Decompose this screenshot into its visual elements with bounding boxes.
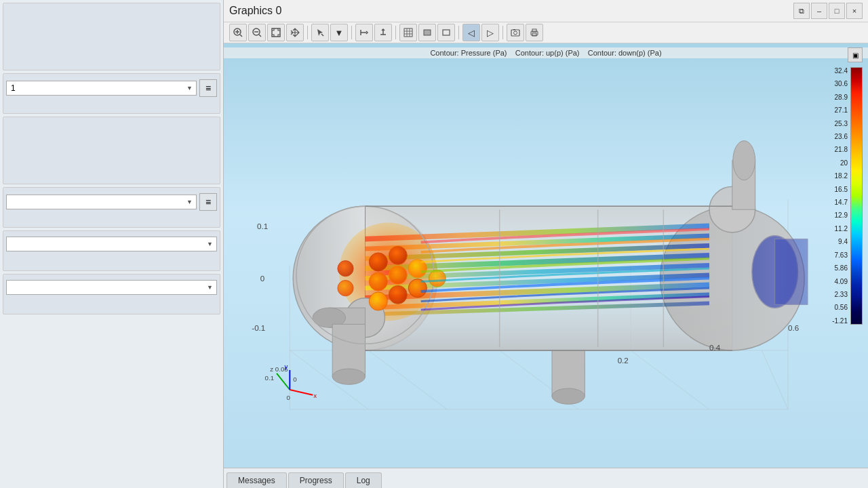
- toolbar: ▼ ◁ ▷: [224, 22, 868, 43]
- viewport[interactable]: Contour: Pressure (Pa) Contour: up(p) (P…: [224, 43, 868, 468]
- wireframe-button[interactable]: [437, 24, 455, 41]
- graphics-title: Graphics 0: [229, 5, 281, 17]
- axis-y-button[interactable]: [374, 24, 392, 41]
- svg-point-70: [369, 292, 387, 310]
- scale-val-8: 20: [840, 159, 848, 167]
- svg-text:0.1: 0.1: [265, 374, 274, 382]
- grid-button[interactable]: [399, 24, 417, 41]
- scale-val-3: 28.9: [835, 94, 848, 101]
- axis-x-02: 0.2: [618, 356, 629, 365]
- svg-point-74: [338, 261, 353, 277]
- left-section-dropdown3: [3, 230, 220, 271]
- scale-val-12: 12.9: [835, 211, 848, 219]
- color-scale: 32.4 30.6 28.9 27.1 25.3 23.6 21.8 20 18…: [832, 67, 863, 325]
- scale-val-15: 7.63: [835, 251, 848, 259]
- scale-val-13: 11.2: [835, 225, 848, 232]
- axis-x-04: 0.4: [709, 343, 721, 352]
- zoom-in-button[interactable]: [229, 24, 247, 41]
- print-button[interactable]: [526, 24, 543, 41]
- color-bar: [850, 67, 863, 325]
- svg-line-81: [277, 373, 290, 390]
- surface-button[interactable]: [418, 24, 436, 41]
- axis-x-06: 0.6: [788, 323, 799, 332]
- axis-indicator: z 0.05 0.1 y x 0 0: [265, 363, 317, 401]
- left-section-dropdown2: ≡: [3, 187, 220, 228]
- tab-log[interactable]: Log: [345, 472, 382, 488]
- graphics-panel: Graphics 0 ⧉ – □ ×: [224, 0, 868, 488]
- sep3: [395, 26, 396, 39]
- overlay-btn[interactable]: ▣: [848, 47, 863, 62]
- svg-point-20: [514, 31, 517, 35]
- axis-y-neg01: -0.1: [252, 323, 265, 332]
- scale-val-14: 9.4: [838, 238, 848, 245]
- zoom-fit-button[interactable]: [267, 24, 285, 41]
- contour-bar: Contour: Pressure (Pa) Contour: up(p) (P…: [224, 47, 868, 58]
- sep2: [351, 26, 352, 39]
- view-right-button[interactable]: ▷: [481, 24, 499, 41]
- zoom-out-button[interactable]: [248, 24, 266, 41]
- left-section-dropdown4: [3, 274, 220, 314]
- overlay-toggle-button[interactable]: ▣: [848, 47, 863, 62]
- svg-point-75: [338, 281, 353, 296]
- dropdown-arrow-button[interactable]: ▼: [330, 24, 348, 41]
- svg-rect-18: [443, 30, 450, 35]
- svg-line-86: [290, 390, 313, 395]
- scale-val-4: 27.1: [835, 106, 848, 114]
- svg-rect-17: [424, 30, 431, 35]
- maximize-button[interactable]: □: [829, 3, 845, 19]
- float-button[interactable]: ⧉: [793, 3, 810, 19]
- svg-rect-21: [513, 29, 515, 30]
- dropdown2-wrapper[interactable]: [6, 195, 197, 209]
- dropdown3[interactable]: [6, 237, 217, 251]
- dropdown3-wrapper[interactable]: [6, 237, 217, 251]
- view-left-button[interactable]: ◁: [462, 24, 480, 41]
- left-section-mid: [3, 117, 220, 184]
- scale-val-9: 18.2: [835, 172, 848, 180]
- left-section-top: [3, 3, 220, 70]
- scale-val-19: 0.56: [835, 304, 848, 311]
- scale-val-16: 5.86: [835, 264, 848, 272]
- left-section-dropdown1: 1 ≡: [3, 73, 220, 114]
- scale-val-6: 23.6: [835, 133, 848, 140]
- svg-rect-7: [272, 28, 280, 37]
- dropdown2[interactable]: [6, 195, 197, 209]
- svg-line-30: [762, 350, 788, 409]
- svg-point-63: [552, 388, 585, 404]
- svg-text:y: y: [285, 363, 288, 370]
- scale-val-20: -1.21: [832, 317, 848, 325]
- tab-messages[interactable]: Messages: [226, 472, 287, 488]
- scale-val-11: 14.7: [835, 199, 848, 206]
- svg-line-5: [259, 35, 261, 37]
- svg-rect-59: [775, 239, 808, 305]
- scale-val-17: 4.09: [835, 278, 848, 285]
- arrow-tool-button[interactable]: [311, 24, 329, 41]
- dropdown1-wrapper[interactable]: 1: [6, 81, 197, 96]
- screenshot-button[interactable]: [507, 24, 524, 41]
- svg-point-65: [369, 253, 387, 271]
- sep4: [458, 26, 459, 39]
- icon-btn-2[interactable]: ≡: [199, 193, 217, 211]
- contour-label-2: Contour: up(p) (Pa): [515, 49, 580, 57]
- graphics-header: Graphics 0 ⧉ – □ ×: [224, 0, 868, 22]
- svg-point-61: [332, 369, 365, 384]
- dropdown4[interactable]: [6, 280, 217, 295]
- svg-text:0: 0: [287, 394, 290, 401]
- dropdown4-wrapper[interactable]: [6, 280, 217, 295]
- svg-line-29: [631, 350, 709, 409]
- main-layout: 1 ≡ ≡: [0, 0, 868, 488]
- icon-btn-1[interactable]: ≡: [199, 79, 217, 97]
- close-button[interactable]: ×: [846, 3, 863, 19]
- svg-line-1: [240, 35, 242, 37]
- svg-point-68: [389, 266, 407, 284]
- dropdown1[interactable]: 1: [6, 81, 197, 96]
- viz-svg: 0.1 0 -0.1 0.6 0.4 0.2 z 0.05 0.1 y: [237, 64, 827, 441]
- axis-x-button[interactable]: [355, 24, 373, 41]
- minimize-button[interactable]: –: [811, 3, 827, 19]
- scale-val-18: 2.33: [835, 291, 848, 298]
- svg-line-27: [368, 350, 447, 409]
- scale-val-10: 16.5: [835, 186, 848, 193]
- pan-button[interactable]: [286, 24, 304, 41]
- scale-val-1: 32.4: [835, 67, 848, 75]
- tab-progress[interactable]: Progress: [288, 472, 344, 488]
- scale-val-5: 25.3: [835, 120, 848, 127]
